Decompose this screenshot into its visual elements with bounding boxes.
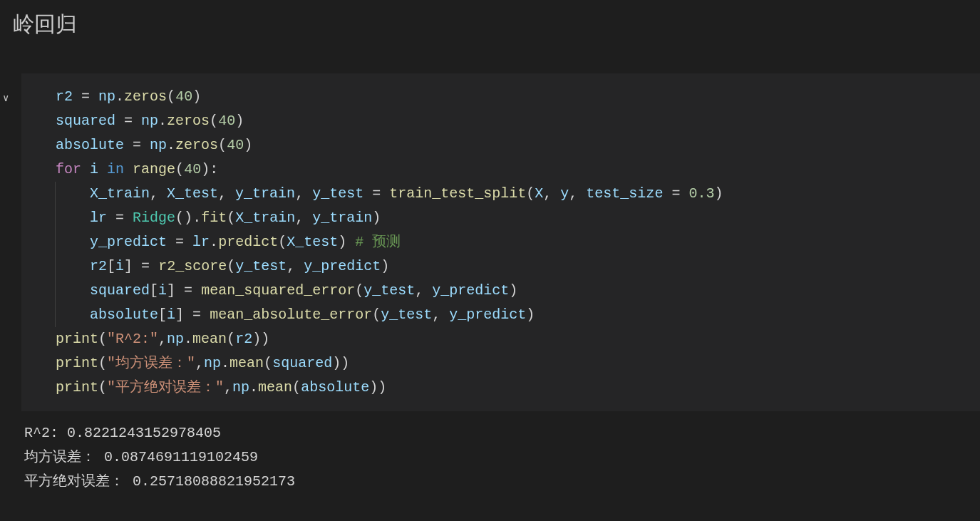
code-line[interactable]: y_predict = lr.predict(X_test) # 预测 (56, 230, 966, 254)
code-line[interactable]: absolute[i] = mean_absolute_error(y_test… (56, 303, 966, 327)
code-line[interactable]: r2[i] = r2_score(y_test, y_predict) (56, 254, 966, 279)
code-editor[interactable]: r2 = np.zeros(40)squared = np.zeros(40)a… (21, 73, 980, 411)
notebook-view: 岭回归 ∨ r2 = np.zeros(40)squared = np.zero… (0, 0, 980, 521)
code-line[interactable]: squared[i] = mean_squared_error(y_test, … (56, 279, 966, 303)
code-line[interactable]: print("均方误差：",np.mean(squared)) (56, 351, 966, 376)
code-line[interactable]: print("平方绝对误差：",np.mean(absolute)) (56, 376, 966, 400)
code-line[interactable]: X_train, X_test, y_train, y_test = train… (56, 182, 966, 206)
collapse-toggle-icon[interactable]: ∨ (0, 93, 9, 104)
output-line: 平方绝对误差： 0.25718088821952173 (24, 470, 966, 494)
output-line: R^2: 0.8221243152978405 (24, 421, 966, 445)
cell-gutter: ∨ (0, 86, 19, 110)
code-line[interactable]: absolute = np.zeros(40) (56, 133, 966, 158)
markdown-heading: 岭回归 (0, 0, 980, 42)
output-line: 均方误差： 0.0874691119102459 (24, 445, 966, 470)
code-line[interactable]: squared = np.zeros(40) (56, 109, 966, 133)
code-line[interactable]: print("R^2:",np.mean(r2)) (56, 327, 966, 351)
code-line[interactable]: for i in range(40): (56, 158, 966, 182)
code-line[interactable]: r2 = np.zeros(40) (56, 85, 966, 109)
code-cell: r2 = np.zeros(40)squared = np.zeros(40)a… (21, 73, 980, 494)
code-line[interactable]: lr = Ridge().fit(X_train, y_train) (56, 206, 966, 230)
cell-output: R^2: 0.8221243152978405均方误差： 0.087469111… (21, 411, 980, 494)
